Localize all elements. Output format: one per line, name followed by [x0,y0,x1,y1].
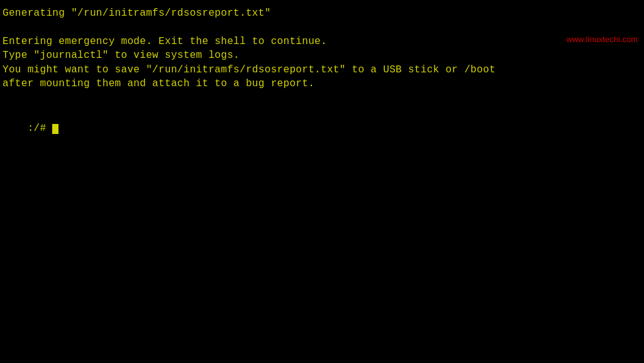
terminal-line-7 [3,91,641,104]
terminal-line-6: after mounting them and attach it to a b… [3,77,641,91]
terminal-line-1: Generating "/run/initramfs/rdsosreport.t… [3,6,641,20]
terminal-line-4: Type "journalctl" to view system logs. [3,48,641,62]
watermark-text: www.linuxtechi.com [567,35,638,44]
terminal-line-5: You might want to save "/run/initramfs/r… [3,63,641,77]
terminal-line-2 [3,20,641,34]
terminal-prompt[interactable]: :/# [3,111,641,145]
terminal-line-3: Entering emergency mode. Exit the shell … [3,35,641,48]
terminal-cursor [52,124,58,134]
terminal-screen: Generating "/run/initramfs/rdsosreport.t… [0,0,644,363]
prompt-text: :/# [28,123,53,134]
terminal-output: Generating "/run/initramfs/rdsosreport.t… [3,6,641,105]
